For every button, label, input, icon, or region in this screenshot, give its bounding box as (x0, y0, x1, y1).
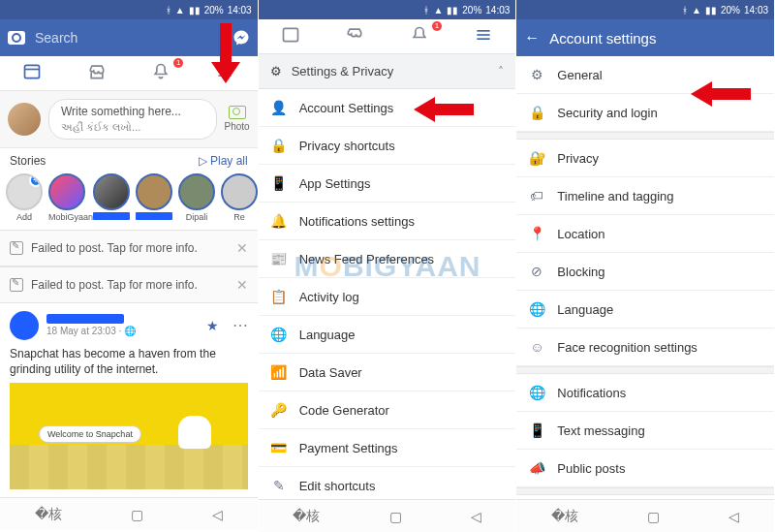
nav-recent[interactable]: �核 (551, 508, 578, 525)
menu-app-settings[interactable]: 📱App Settings (259, 165, 516, 203)
globe-icon: 🌐 (528, 384, 545, 401)
menu-language[interactable]: 🌐Language (516, 291, 774, 329)
android-navbar: �核 ▢ ◁ (0, 497, 258, 530)
close-icon[interactable]: ✕ (236, 240, 248, 256)
close-icon[interactable]: ✕ (236, 277, 248, 293)
menu-notifications-settings[interactable]: 🔔Notifications settings (259, 203, 516, 240)
phone-account-settings: ᚼ ▲ ▮▮ 20% 14:03 ← Account settings ⚙Gen… (516, 0, 775, 532)
post-author (46, 314, 124, 324)
battery-pct: 20% (204, 5, 224, 16)
card-icon: 💳 (270, 439, 288, 456)
stories-row[interactable]: +Add MobiGyaan Dipali Re (0, 170, 258, 230)
image-tag: Welcome to Snapchat (39, 425, 141, 443)
stories-header: Stories ▷ Play all (0, 148, 258, 170)
svg-rect-0 (25, 65, 40, 78)
section-settings-privacy[interactable]: ⚙ Settings & Privacy ˄ (259, 54, 516, 89)
tab-marketplace[interactable] (323, 25, 387, 48)
menu-text-messaging[interactable]: 📱Text messaging (516, 412, 774, 450)
menu-blocking[interactable]: ⊘Blocking (516, 253, 774, 291)
menu-public-posts[interactable]: 📣Public posts (516, 450, 774, 487)
tab-newsfeed[interactable] (0, 62, 64, 85)
page-title: Account settings (549, 30, 656, 47)
nav-back[interactable]: ◁ (728, 509, 739, 524)
pencil-icon (10, 278, 23, 292)
post-image[interactable]: Welcome to Snapchat (10, 383, 248, 489)
story-item[interactable]: MobiGyaan (48, 173, 87, 222)
more-icon[interactable]: ⋯ (232, 316, 248, 334)
search-input[interactable]: Search (35, 30, 223, 46)
nav-back[interactable]: ◁ (471, 509, 481, 524)
tab-menu[interactable] (451, 25, 515, 48)
star-icon[interactable]: ★ (206, 318, 219, 333)
menu-privacy[interactable]: 🔐Privacy (516, 140, 774, 177)
play-all[interactable]: ▷ Play all (199, 154, 248, 168)
wifi-icon: ▲ (175, 5, 185, 16)
nav-home[interactable]: ▢ (389, 509, 402, 524)
menu-face-recognition[interactable]: ☺Face recognition settings (516, 329, 774, 366)
location-icon: 📍 (528, 225, 545, 242)
wifi-icon: ▲ (692, 5, 701, 16)
messenger-icon[interactable] (232, 29, 250, 47)
menu-payment-settings[interactable]: 💳Payment Settings (259, 429, 516, 467)
bluetooth-icon: ᚼ (423, 5, 429, 16)
menu-general[interactable]: ⚙General (516, 56, 774, 94)
composer[interactable]: Write something here... અહીં કંઈક લખો...… (0, 91, 258, 148)
tab-menu[interactable] (193, 62, 257, 85)
gear-icon: ⚙ (528, 66, 545, 83)
status-bar: ᚼ ▲ ▮▮ 20% 14:03 (516, 0, 774, 19)
menu-notifications[interactable]: 🌐Notifications (516, 374, 774, 412)
gear-icon: ⚙ (270, 64, 282, 78)
menu-activity-log[interactable]: 📋Activity log (259, 278, 516, 316)
snapchat-ghost-icon (178, 416, 211, 449)
menu-newsfeed-prefs[interactable]: 📰News Feed Preferences (259, 240, 516, 278)
tab-bar: 1 (0, 56, 258, 91)
story-item[interactable] (136, 173, 172, 222)
globe-icon: 🌐 (270, 326, 288, 343)
face-icon: ☺ (528, 338, 545, 356)
menu-location[interactable]: 📍Location (516, 215, 774, 253)
story-item[interactable] (93, 173, 130, 222)
menu-account-settings[interactable]: 👤Account Settings (259, 89, 516, 127)
menu-privacy-shortcuts[interactable]: 🔒Privacy shortcuts (259, 127, 516, 165)
nav-recent[interactable]: �核 (35, 506, 62, 523)
nav-home[interactable]: ▢ (647, 509, 660, 524)
compose-placeholder-sub: અહીં કંઈક લખો... (61, 120, 204, 134)
pencil-icon (10, 241, 23, 255)
tag-icon: 🏷 (528, 187, 545, 204)
block-icon: ⊘ (528, 263, 545, 280)
post-avatar[interactable] (10, 311, 39, 340)
photo-button[interactable]: Photo (225, 106, 250, 132)
tab-marketplace[interactable] (64, 62, 128, 85)
settings-menu: ⚙ Settings & Privacy ˄ 👤Account Settings… (259, 54, 516, 499)
story-item[interactable]: Re (221, 173, 258, 222)
post[interactable]: 18 May at 23:03 · 🌐 ★ ⋯ Snapchat has bec… (0, 303, 258, 497)
sms-icon: 📱 (528, 422, 545, 439)
back-icon[interactable]: ← (524, 29, 540, 47)
menu-timeline-tagging[interactable]: 🏷Timeline and tagging (516, 177, 774, 215)
menu-edit-shortcuts[interactable]: ✎Edit shortcuts (259, 467, 516, 499)
story-add[interactable]: +Add (6, 173, 43, 222)
menu-data-saver[interactable]: 📶Data Saver (259, 354, 516, 391)
tab-notifications[interactable]: 1 (387, 25, 450, 48)
failed-post-banner[interactable]: Failed to post. Tap for more info. ✕ (0, 230, 258, 266)
post-meta: 18 May at 23:03 · 🌐 (46, 326, 136, 336)
app-header: Search (0, 19, 258, 56)
compose-input[interactable]: Write something here... અહીં કંઈક લખો... (48, 99, 217, 140)
story-item[interactable]: Dipali (178, 173, 215, 222)
failed-post-banner[interactable]: Failed to post. Tap for more info. ✕ (0, 266, 258, 303)
menu-security-login[interactable]: 🔒Security and login (516, 94, 774, 132)
nav-home[interactable]: ▢ (131, 507, 143, 522)
lock-icon: 🔒 (528, 104, 545, 121)
tab-newsfeed[interactable] (259, 25, 323, 48)
tab-bar: 1 (259, 19, 516, 54)
wifi-icon: ▲ (433, 5, 443, 16)
key-icon: 🔑 (270, 401, 288, 419)
menu-code-generator[interactable]: 🔑Code Generator (259, 391, 516, 429)
menu-language[interactable]: 🌐Language (259, 316, 516, 354)
nav-back[interactable]: ◁ (212, 507, 223, 522)
nav-recent[interactable]: �核 (293, 508, 320, 525)
edit-icon: ✎ (270, 477, 288, 494)
avatar[interactable] (8, 103, 41, 136)
tab-notifications[interactable]: 1 (129, 62, 193, 85)
camera-icon[interactable] (8, 31, 25, 45)
